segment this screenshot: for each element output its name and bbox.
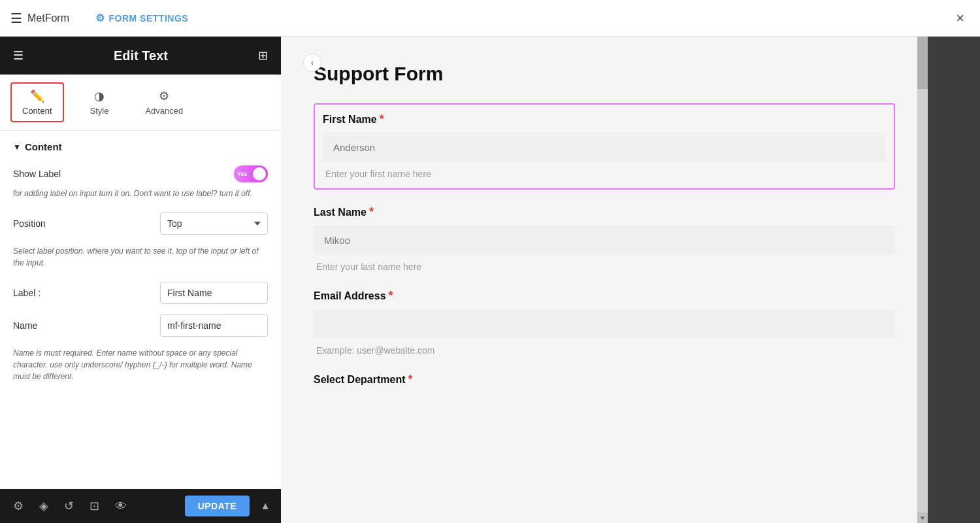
email-required-star: * [389, 289, 393, 303]
last-name-helper: Enter your last name here [314, 260, 895, 273]
section-header: ▼ Content [13, 141, 268, 152]
close-button[interactable]: × [951, 7, 970, 29]
tab-content-label: Content [22, 106, 52, 116]
label-field-label: Label : [13, 288, 41, 298]
left-panel: ☰ Edit Text ⊞ ✏️ Content ◑ Style ⚙ Advan… [0, 37, 281, 523]
settings-toolbar-btn[interactable]: ⚙ [10, 496, 26, 516]
position-hint: Select label position. where you want to… [13, 245, 268, 269]
app-title: MetForm [27, 12, 69, 24]
hamburger-icon: ☰ [10, 10, 22, 26]
toggle-track[interactable]: Yes [234, 165, 268, 182]
show-label-text: Show Label [13, 169, 61, 179]
show-label-toggle[interactable]: Yes [234, 165, 268, 182]
form-settings-button[interactable]: ⚙ FORM SETTINGS [95, 12, 188, 24]
tab-row: ✏️ Content ◑ Style ⚙ Advanced [0, 75, 281, 131]
scrollbar-track[interactable]: ▼ [917, 37, 928, 523]
tab-style-label: Style [90, 106, 109, 116]
update-button[interactable]: UPDATE [185, 496, 250, 516]
first-name-block: First Name * Enter your first name here [314, 103, 895, 190]
tab-advanced-label: Advanced [145, 106, 183, 116]
bottom-toolbar: ⚙ ◈ ↺ ⊡ 👁 UPDATE ▲ [0, 489, 281, 523]
form-settings-label: FORM SETTINGS [109, 13, 189, 24]
toggle-thumb [253, 167, 266, 180]
show-label-hint: for adding label on input turn it on. Do… [13, 188, 268, 199]
last-name-input[interactable] [314, 226, 895, 255]
main-area: ☰ Edit Text ⊞ ✏️ Content ◑ Style ⚙ Advan… [0, 37, 980, 523]
advanced-icon: ⚙ [159, 89, 169, 103]
name-hint: Name is must required. Enter name withou… [13, 347, 268, 382]
name-field-label: Name [13, 320, 37, 331]
first-name-label-text: First Name [323, 114, 377, 126]
layers-toolbar-btn[interactable]: ◈ [37, 496, 51, 516]
last-name-block: Last Name * Enter your last name here [314, 205, 895, 273]
last-name-label-text: Last Name [314, 207, 367, 218]
collapse-panel-button[interactable]: ‹ [303, 54, 321, 72]
first-name-required-star: * [380, 112, 384, 126]
hamburger-white-icon[interactable]: ☰ [13, 48, 24, 63]
email-label-text: Email Address [314, 290, 386, 302]
show-label-row: Show Label Yes [13, 165, 268, 182]
history-toolbar-btn[interactable]: ↺ [61, 496, 76, 516]
tab-advanced[interactable]: ⚙ Advanced [135, 84, 193, 121]
responsive-toolbar-btn[interactable]: ⊡ [87, 496, 102, 516]
last-name-required-star: * [369, 205, 374, 219]
label-field-input[interactable] [160, 282, 268, 304]
top-bar-right: × [951, 7, 970, 29]
department-label-text: Select Department [314, 374, 406, 386]
toggle-yes-label: Yes [237, 171, 248, 177]
scrollbar-down-arrow[interactable]: ▼ [917, 513, 928, 523]
name-field-row: Name [13, 314, 268, 337]
arrow-down-icon: ▼ [13, 143, 21, 152]
department-block: Select Department * [314, 373, 895, 386]
department-required-star: * [408, 373, 413, 386]
right-panel: ‹ Support Form First Name * Enter your f… [281, 37, 928, 523]
gear-blue-icon: ⚙ [95, 12, 105, 24]
first-name-input[interactable] [323, 133, 886, 162]
email-label: Email Address * [314, 289, 895, 303]
first-name-helper: Enter your first name here [323, 167, 886, 180]
dark-sidebar-right [928, 37, 980, 523]
position-row: Position Top Left Right [13, 212, 268, 235]
last-name-label: Last Name * [314, 205, 895, 219]
pencil-icon: ✏️ [30, 89, 44, 103]
panel-header: ☰ Edit Text ⊞ [0, 37, 281, 75]
position-label: Position [13, 218, 46, 229]
tab-style[interactable]: ◑ Style [80, 84, 120, 121]
preview-toolbar-btn[interactable]: 👁 [112, 497, 129, 516]
section-label: Content [25, 141, 62, 152]
top-bar: ☰ MetForm ⚙ FORM SETTINGS × [0, 0, 980, 37]
form-preview-title: Support Form [314, 63, 895, 85]
label-field-row: Label : [13, 282, 268, 304]
panel-body: ▼ Content Show Label Yes for adding labe… [0, 131, 281, 489]
department-label: Select Department * [314, 373, 895, 386]
email-input[interactable] [314, 309, 895, 339]
panel-title: Edit Text [114, 48, 168, 63]
style-icon: ◑ [94, 89, 105, 103]
first-name-label: First Name * [323, 112, 886, 126]
grid-icon[interactable]: ⊞ [258, 48, 268, 63]
tab-content[interactable]: ✏️ Content [10, 82, 64, 122]
top-bar-left: ☰ MetForm ⚙ FORM SETTINGS [10, 10, 188, 26]
name-field-input[interactable] [160, 314, 268, 337]
email-helper: Example: user@website.com [314, 344, 895, 357]
chevron-up-button[interactable]: ▲ [260, 500, 270, 512]
email-block: Email Address * Example: user@website.co… [314, 289, 895, 357]
scrollbar-thumb [917, 37, 928, 89]
position-select[interactable]: Top Left Right [160, 212, 268, 235]
